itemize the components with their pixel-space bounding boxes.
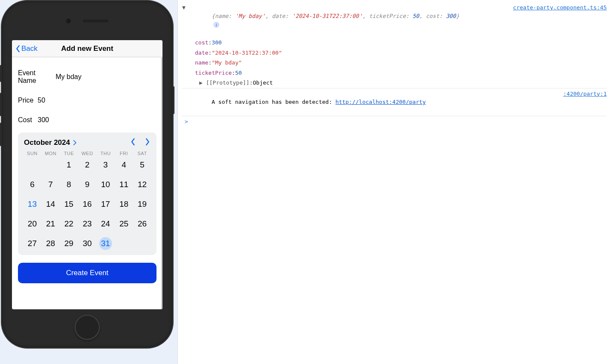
price-value: 50 xyxy=(38,97,45,104)
calendar-day[interactable]: 2 xyxy=(81,159,94,171)
source-link[interactable]: :4200/party:1 xyxy=(559,90,607,115)
calendar-day[interactable]: 1 xyxy=(62,159,75,171)
back-label: Back xyxy=(21,44,38,53)
console-prompt[interactable]: > xyxy=(182,116,607,126)
event-name-value: My bday xyxy=(56,73,81,81)
calendar-day[interactable]: 30 xyxy=(81,237,94,250)
calendar-day[interactable]: 18 xyxy=(118,198,130,211)
home-button[interactable] xyxy=(74,314,100,340)
calendar-day[interactable]: 10 xyxy=(99,178,112,191)
console-object-property[interactable]: cost: 300 xyxy=(182,38,607,48)
chevron-right-icon xyxy=(73,140,77,146)
calendar-day[interactable]: 25 xyxy=(118,217,130,230)
calendar-day[interactable]: 12 xyxy=(136,178,149,191)
console-object-summary[interactable]: ▼ {name: 'My bday', date: '2024-10-31T22… xyxy=(182,3,607,38)
console-object-property[interactable]: ticketPrice: 50 xyxy=(182,68,607,78)
info-icon[interactable]: i xyxy=(213,22,219,28)
event-name-row[interactable]: Event Name My bday xyxy=(18,63,156,91)
soft-nav-link[interactable]: http://localhost:4200/party xyxy=(336,99,426,105)
calendar-day[interactable]: 21 xyxy=(44,217,57,230)
chevron-right-icon xyxy=(145,138,151,146)
source-link[interactable]: create-party.component.ts:45 xyxy=(509,3,607,37)
console-prototype-row[interactable]: ▶ [[Prototype]]: Object xyxy=(182,78,607,88)
caret-right-icon[interactable]: ▶ xyxy=(195,79,203,87)
device-frame: Back Add new Event Event Name My bday Pr… xyxy=(2,1,173,348)
calendar-day[interactable]: 6 xyxy=(26,178,38,191)
calendar-month-button[interactable]: October 2024 xyxy=(24,138,77,147)
calendar-weekdays: SUNMONTUEWEDTHUFRISAT xyxy=(23,151,151,156)
calendar-day[interactable]: 3 xyxy=(99,159,112,171)
cost-label: Cost xyxy=(18,116,38,124)
calendar-weekday: TUE xyxy=(60,151,78,156)
console-object-property[interactable]: name: "My bday" xyxy=(182,58,607,68)
calendar-day[interactable]: 7 xyxy=(44,178,57,191)
calendar-day-empty xyxy=(44,159,57,171)
console-soft-nav-message: A soft navigation has been detected: htt… xyxy=(182,88,607,117)
cost-value: 300 xyxy=(38,116,49,124)
calendar-day[interactable]: 28 xyxy=(44,237,57,250)
devtools-console: ▼ {name: 'My bday', date: '2024-10-31T22… xyxy=(177,0,611,364)
calendar-day[interactable]: 16 xyxy=(81,198,94,211)
calendar-weekday: SUN xyxy=(23,151,41,156)
calendar-day[interactable]: 5 xyxy=(136,159,149,171)
calendar-day[interactable]: 20 xyxy=(26,217,38,230)
back-button[interactable]: Back xyxy=(15,44,38,53)
calendar-next-button[interactable] xyxy=(145,138,151,147)
speaker-icon xyxy=(83,19,109,23)
calendar-weekday: WED xyxy=(78,151,97,156)
chevron-left-icon xyxy=(130,138,136,146)
calendar-weekday: MON xyxy=(41,151,60,156)
calendar-day[interactable]: 4 xyxy=(118,159,130,171)
calendar-day[interactable]: 17 xyxy=(99,198,112,211)
console-object-property[interactable]: date: "2024-10-31T22:37:00" xyxy=(182,48,607,58)
calendar-day[interactable]: 31 xyxy=(99,237,112,250)
soft-nav-text: A soft navigation has been detected: xyxy=(212,99,336,105)
calendar-weekday: THU xyxy=(96,151,115,156)
calendar-day[interactable]: 11 xyxy=(118,178,130,191)
camera-icon xyxy=(65,18,71,24)
calendar-weekday: FRI xyxy=(115,151,133,156)
cost-row[interactable]: Cost 300 xyxy=(18,110,156,130)
calendar-day[interactable]: 23 xyxy=(81,217,94,230)
create-event-button[interactable]: Create Event xyxy=(18,263,156,283)
calendar-weekday: SAT xyxy=(133,151,151,156)
calendar-day-empty xyxy=(26,159,38,171)
calendar-day[interactable]: 26 xyxy=(136,217,149,230)
calendar-prev-button[interactable] xyxy=(130,138,136,147)
calendar-day[interactable]: 29 xyxy=(62,237,75,250)
calendar-day[interactable]: 14 xyxy=(44,198,57,211)
calendar-days-grid: 1234567891011121314151617181920212223242… xyxy=(23,159,151,250)
calendar-day[interactable]: 9 xyxy=(81,178,94,191)
price-row[interactable]: Price 50 xyxy=(18,91,156,110)
event-name-label: Event Name xyxy=(18,69,56,85)
calendar-day[interactable]: 27 xyxy=(26,237,38,250)
price-label: Price xyxy=(18,97,38,104)
scrollbar[interactable] xyxy=(161,57,162,309)
calendar-day[interactable]: 8 xyxy=(62,178,75,191)
calendar-month-label: October 2024 xyxy=(24,138,70,147)
calendar-day[interactable]: 15 xyxy=(62,198,75,211)
caret-down-icon[interactable]: ▼ xyxy=(182,4,186,11)
nav-bar: Back Add new Event xyxy=(12,40,162,57)
calendar-day[interactable]: 22 xyxy=(62,217,75,230)
form-content: Event Name My bday Price 50 Cost 300 Oct… xyxy=(12,57,162,309)
calendar-day[interactable]: 13 xyxy=(26,198,38,211)
calendar-day[interactable]: 19 xyxy=(136,198,149,211)
calendar-day[interactable]: 24 xyxy=(99,217,112,230)
calendar: October 2024 SUNMONTUEWEDTHUFRI xyxy=(18,132,156,255)
chevron-left-icon xyxy=(15,45,21,53)
